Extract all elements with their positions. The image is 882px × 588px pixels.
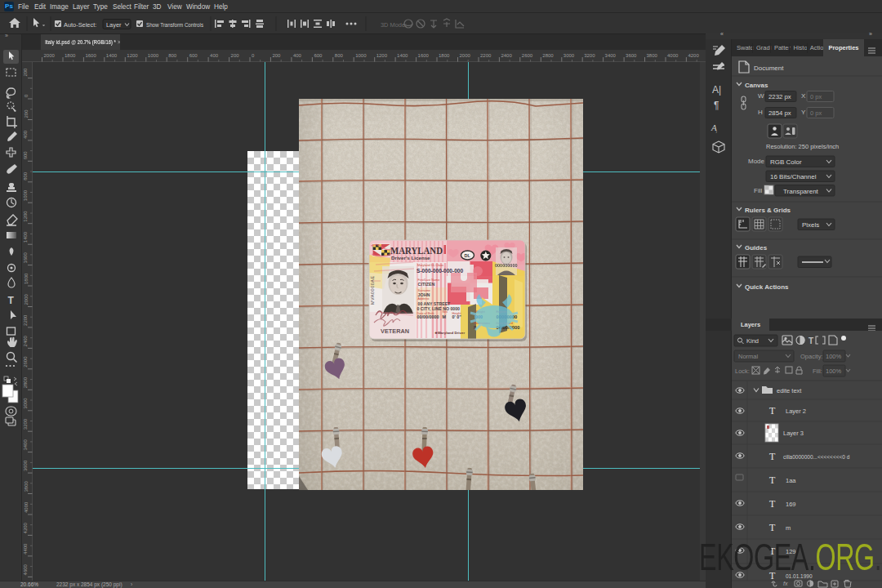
- svg-text:2000: 2000: [460, 53, 471, 58]
- svg-text:edite text: edite text: [777, 387, 802, 394]
- svg-text:T: T: [769, 451, 776, 462]
- svg-text:1aa: 1aa: [786, 477, 796, 484]
- svg-text:3800: 3800: [24, 480, 29, 492]
- svg-text:400: 400: [24, 130, 29, 139]
- svg-text:4000: 4000: [667, 53, 679, 58]
- svg-text:3800: 3800: [647, 53, 658, 58]
- svg-text:2854 px: 2854 px: [768, 109, 791, 117]
- svg-text:Kind: Kind: [746, 337, 759, 345]
- svg-text:Y: Y: [801, 109, 806, 116]
- svg-text:Canvas: Canvas: [745, 82, 768, 89]
- svg-text:Layer 2: Layer 2: [786, 408, 806, 415]
- svg-text:2232 px: 2232 px: [768, 93, 791, 100]
- svg-text:1400: 1400: [397, 53, 408, 58]
- svg-text:3D Mode:: 3D Mode:: [381, 21, 407, 29]
- svg-text:Fill:: Fill:: [813, 368, 822, 375]
- svg-text:2600: 2600: [24, 356, 29, 368]
- svg-text:Lock:: Lock:: [735, 368, 750, 375]
- svg-text:1600: 1600: [418, 53, 430, 58]
- svg-text:A̹: A̹: [710, 122, 717, 133]
- svg-text:0 px: 0 px: [810, 109, 822, 117]
- svg-text:3000: 3000: [564, 53, 575, 58]
- svg-text:3200: 3200: [24, 418, 29, 430]
- svg-text:Mode: Mode: [748, 158, 765, 165]
- svg-text:169: 169: [786, 501, 796, 508]
- svg-text:1600: 1600: [85, 53, 96, 58]
- svg-text:m: m: [786, 524, 791, 532]
- svg-text:1800: 1800: [24, 273, 29, 284]
- svg-text:Rulers & Grids: Rulers & Grids: [745, 207, 791, 214]
- svg-text:4000: 4000: [24, 501, 29, 513]
- svg-text:200: 200: [24, 68, 29, 77]
- svg-text:4600: 4600: [24, 564, 29, 575]
- svg-text:3200: 3200: [584, 53, 595, 58]
- svg-text:Auto-Select:: Auto-Select:: [64, 21, 96, 29]
- svg-text:3400: 3400: [24, 439, 29, 451]
- svg-text:T: T: [769, 522, 776, 533]
- svg-text:2000: 2000: [24, 293, 29, 305]
- svg-text:Fill: Fill: [754, 187, 762, 194]
- svg-text:200: 200: [24, 109, 29, 118]
- svg-text:16 Bits/Channel: 16 Bits/Channel: [770, 173, 817, 180]
- svg-text:1200: 1200: [24, 211, 29, 222]
- svg-text:Transparent: Transparent: [783, 188, 819, 195]
- svg-text:1800: 1800: [439, 53, 450, 58]
- svg-text:1600: 1600: [24, 252, 29, 264]
- svg-text:1400: 1400: [24, 231, 29, 243]
- svg-text:3400: 3400: [605, 53, 617, 58]
- svg-text:800: 800: [168, 53, 177, 58]
- svg-text:4200: 4200: [24, 522, 29, 533]
- svg-text:1400: 1400: [106, 53, 118, 58]
- svg-text:Guides: Guides: [745, 244, 768, 252]
- svg-text:0 px: 0 px: [810, 93, 822, 100]
- svg-text:¶: ¶: [714, 100, 719, 111]
- svg-text:1000: 1000: [24, 189, 29, 201]
- svg-text:A|: A|: [712, 84, 721, 96]
- svg-text:1000: 1000: [148, 53, 159, 58]
- svg-text:2400: 2400: [24, 335, 29, 346]
- svg-text:2800: 2800: [24, 376, 29, 388]
- svg-text:T: T: [769, 474, 776, 486]
- svg-text:Layer: Layer: [106, 21, 122, 29]
- svg-text:3600: 3600: [24, 460, 29, 471]
- svg-text:Pixels: Pixels: [802, 221, 819, 229]
- svg-text:4200: 4200: [688, 53, 699, 58]
- svg-text:Quick Actions: Quick Actions: [745, 283, 789, 291]
- svg-text:T: T: [808, 336, 813, 345]
- svg-text:2600: 2600: [522, 53, 533, 58]
- svg-text:H: H: [758, 109, 763, 116]
- svg-text:400: 400: [210, 53, 219, 58]
- svg-text:800: 800: [24, 172, 29, 180]
- svg-text:1200: 1200: [127, 53, 138, 58]
- svg-text:200: 200: [272, 53, 281, 58]
- svg-text:3000: 3000: [24, 398, 29, 409]
- svg-text:Document: Document: [754, 65, 784, 72]
- svg-text:400: 400: [293, 53, 302, 58]
- svg-text:4400: 4400: [24, 543, 29, 555]
- svg-text:100%: 100%: [826, 368, 842, 375]
- svg-text:T: T: [769, 405, 776, 416]
- svg-text:W: W: [758, 92, 764, 100]
- svg-text:fx: fx: [783, 581, 788, 586]
- svg-text:Show Transform Controls: Show Transform Controls: [146, 21, 203, 29]
- svg-text:T: T: [8, 295, 15, 306]
- svg-text:X: X: [801, 92, 806, 100]
- svg-text:2200: 2200: [24, 314, 29, 326]
- svg-text:1000: 1000: [355, 53, 367, 58]
- svg-text:600: 600: [314, 53, 323, 58]
- svg-text:600: 600: [189, 53, 198, 58]
- svg-text:1800: 1800: [65, 53, 76, 58]
- svg-text:2400: 2400: [501, 53, 512, 58]
- svg-text:100%: 100%: [826, 353, 842, 360]
- svg-text:2000: 2000: [44, 53, 56, 58]
- svg-text:Normal: Normal: [738, 353, 759, 360]
- svg-text:Layer 3: Layer 3: [783, 430, 804, 437]
- svg-text:800: 800: [335, 53, 344, 58]
- svg-text:1200: 1200: [376, 53, 388, 58]
- svg-text:cilla0000000...<<<<<<<<0 d: cilla0000000...<<<<<<<<0 d: [783, 454, 850, 460]
- svg-text:200: 200: [231, 53, 240, 58]
- svg-text:T: T: [769, 498, 776, 510]
- svg-text:2800: 2800: [542, 53, 554, 58]
- svg-text:3600: 3600: [626, 53, 637, 58]
- svg-text:Opacity:: Opacity:: [800, 353, 823, 360]
